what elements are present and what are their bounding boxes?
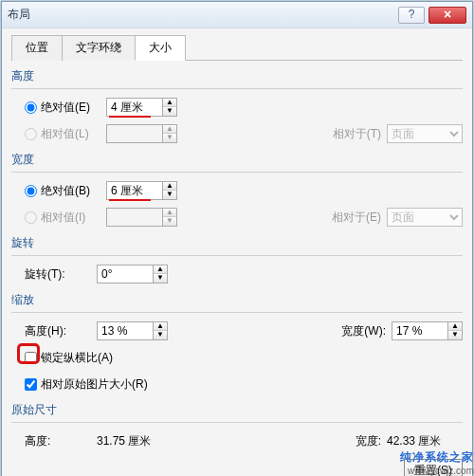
annotation-underline	[109, 116, 151, 118]
dialog-body: 位置 文字环绕 大小 高度 绝对值(E) ▲▼ 相对值(L)	[2, 28, 472, 476]
scale-height-input[interactable]	[97, 321, 154, 340]
rotate-spinner[interactable]: ▲▼	[97, 265, 168, 284]
width-relativeto-select: 页面	[387, 208, 463, 227]
scale-width-spinner[interactable]: ▲▼	[392, 321, 463, 340]
width-relative-radio	[25, 211, 37, 224]
dialog-title: 布局	[8, 7, 398, 23]
layout-dialog: 布局 位置 文字环绕 大小 高度 绝对值(E) ▲▼	[1, 1, 473, 476]
relative-original-checkbox[interactable]	[25, 378, 37, 391]
height-relative-label: 相对值(L)	[41, 126, 89, 142]
group-width-title: 宽度	[11, 152, 463, 168]
width-absolute-input[interactable]	[106, 181, 163, 200]
original-width-value: 42.33 厘米	[387, 433, 463, 449]
height-relative-spinner: ▲▼	[106, 124, 177, 143]
original-height-label: 高度:	[11, 433, 97, 449]
scale-height-spinner[interactable]: ▲▼	[97, 321, 168, 340]
width-relative-label: 相对值(I)	[41, 210, 85, 226]
width-relative-input	[106, 208, 163, 227]
group-scale-title: 缩放	[11, 292, 463, 308]
scale-width-input[interactable]	[392, 321, 448, 340]
height-absolute-radio[interactable]	[25, 101, 37, 114]
width-absolute-radio[interactable]	[25, 185, 37, 197]
height-relativeto-label: 相对于(T)	[320, 126, 387, 142]
tab-size[interactable]: 大小	[135, 35, 186, 61]
watermark-brand: 纯净系统之家	[400, 450, 474, 464]
tab-wrap[interactable]: 文字环绕	[62, 35, 136, 61]
original-height-value: 31.75 厘米	[97, 433, 173, 449]
group-rotate-title: 旋转	[11, 235, 463, 251]
height-relative-radio	[25, 128, 37, 140]
tab-strip: 位置 文字环绕 大小	[11, 34, 463, 61]
height-relativeto-select: 页面	[387, 124, 463, 143]
help-button[interactable]	[398, 7, 425, 24]
group-height-title: 高度	[11, 68, 463, 84]
lock-aspect-label: 锁定纵横比(A)	[41, 350, 113, 366]
annotation-box	[17, 343, 40, 364]
annotation-underline	[109, 199, 151, 201]
height-relative-input	[106, 124, 163, 143]
scale-width-label: 宽度(W):	[325, 323, 392, 339]
titlebar: 布局	[2, 2, 472, 28]
tab-position[interactable]: 位置	[11, 35, 63, 61]
scale-height-label: 高度(H):	[11, 323, 97, 339]
width-absolute-spinner[interactable]: ▲▼	[106, 181, 177, 200]
original-width-label: 宽度:	[320, 433, 387, 449]
relative-original-label: 相对原始图片大小(R)	[41, 376, 148, 393]
watermark: 纯净系统之家 www.ycwjz.com	[400, 448, 474, 476]
group-original-title: 原始尺寸	[11, 402, 463, 418]
close-button[interactable]	[428, 7, 466, 24]
height-absolute-radio-row[interactable]: 绝对值(E)	[11, 100, 106, 116]
width-relativeto-label: 相对于(E)	[320, 210, 387, 226]
height-absolute-spinner[interactable]: ▲▼	[106, 98, 177, 117]
height-relative-radio-row[interactable]: 相对值(L)	[11, 126, 106, 142]
width-relativeto-combo: 页面	[387, 208, 463, 227]
height-absolute-input[interactable]	[106, 98, 163, 117]
height-absolute-label: 绝对值(E)	[41, 100, 90, 116]
height-relativeto-combo: 页面	[387, 124, 463, 143]
rotate-input[interactable]	[97, 265, 154, 284]
width-absolute-label: 绝对值(B)	[41, 183, 90, 199]
width-relative-spinner: ▲▼	[106, 208, 177, 227]
width-absolute-radio-row[interactable]: 绝对值(B)	[11, 183, 106, 199]
width-relative-radio-row[interactable]: 相对值(I)	[11, 210, 106, 226]
watermark-url: www.ycwjz.com	[400, 466, 474, 476]
rotate-label: 旋转(T):	[11, 266, 97, 283]
